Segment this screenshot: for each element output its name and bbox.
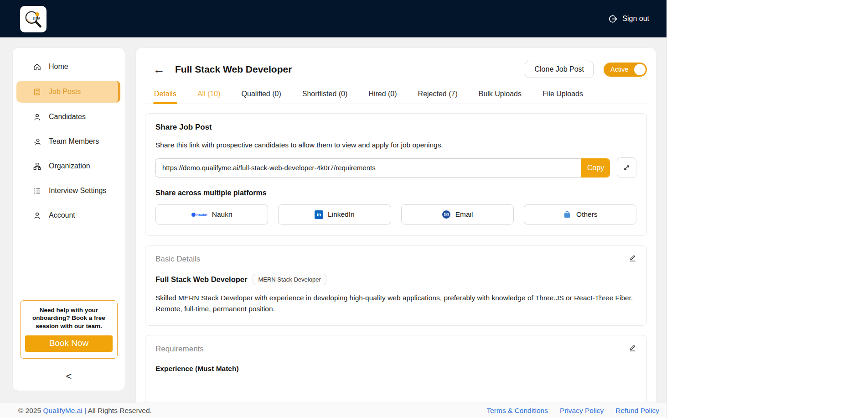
sign-out-button[interactable]: Sign out — [608, 14, 649, 24]
requirements-subsection-title: Experience (Must Match) — [155, 365, 636, 373]
book-now-button[interactable]: Book Now — [25, 335, 113, 352]
platform-label: Naukri — [212, 210, 232, 219]
job-post-detail-card: ← Full Stack Web Developer Clone Job Pos… — [135, 47, 656, 413]
sidebar-item-job-posts[interactable]: Job Posts — [16, 81, 120, 103]
sidebar-item-label: Interview Settings — [49, 187, 106, 195]
sidebar-item-label: Home — [49, 63, 68, 71]
share-description: Share this link with prospective candida… — [155, 141, 636, 149]
platform-buttons-row: naukri Naukri in LinkedIn Email — [155, 204, 636, 225]
tab-shortlisted[interactable]: Shortlisted (0) — [301, 86, 349, 104]
sidebar-item-home[interactable]: Home — [16, 56, 121, 77]
job-post-header: ← Full Stack Web Developer Clone Job Pos… — [144, 58, 648, 78]
requirements-section: Requirements Experience (Must Match) — [145, 335, 647, 405]
job-post-tabs: Details All (10) Qualified (0) Shortlist… — [144, 86, 648, 104]
qualifyme-footer-link[interactable]: QualifyMe.ai — [43, 407, 83, 414]
page-title: Full Stack Web Developer — [175, 64, 292, 75]
terms-and-conditions-link[interactable]: Terms & Conditions — [487, 407, 548, 415]
toggle-label: Active — [610, 66, 629, 73]
bag-icon — [563, 210, 572, 219]
sidebar-item-candidates[interactable]: Candidates — [16, 106, 121, 127]
svg-text:me: me — [32, 15, 40, 21]
tab-rejected[interactable]: Rejected (7) — [417, 86, 459, 104]
sidebar-item-label: Account — [49, 211, 75, 219]
copy-url-button[interactable]: Copy — [581, 158, 610, 178]
tab-bulk-uploads[interactable]: Bulk Uploads — [478, 86, 522, 104]
qualifyme-logo[interactable]: me — [20, 6, 46, 32]
tab-all[interactable]: All (10) — [196, 86, 222, 104]
share-naukri-button[interactable]: naukri Naukri — [155, 204, 268, 225]
platform-label: Others — [576, 210, 598, 219]
share-email-button[interactable]: Email — [401, 204, 514, 225]
help-text: Need help with your onboarding? Book a f… — [25, 306, 113, 330]
sidebar-item-label: Team Members — [49, 137, 99, 146]
basic-details-title: Basic Details — [155, 255, 636, 264]
copyright-text: © 2025 QualifyMe.ai | All Rights Reserve… — [18, 407, 152, 415]
platform-label: Email — [455, 210, 473, 219]
requirements-title: Requirements — [155, 345, 636, 354]
naukri-icon: naukri — [191, 213, 207, 217]
platforms-title: Share across multiple platforms — [155, 189, 636, 197]
onboarding-help-box: Need help with your onboarding? Book a f… — [20, 300, 118, 359]
sidebar-item-label: Candidates — [49, 113, 86, 121]
edit-requirements-button[interactable] — [628, 344, 636, 354]
home-icon — [33, 63, 41, 71]
sign-out-label: Sign out — [622, 15, 649, 23]
org-chart-icon — [33, 162, 41, 171]
job-role-badge: MERN Stack Developer — [253, 274, 326, 285]
footer-links: Terms & Conditions Privacy Policy Refund… — [487, 407, 660, 415]
back-arrow-button[interactable]: ← — [153, 63, 165, 75]
app-window: me Sign out Home Job Posts — [0, 0, 667, 418]
sidebar-collapse-chevron[interactable]: < — [13, 371, 125, 382]
app-body: Home Job Posts Candidates Team Members O… — [0, 37, 666, 418]
person-icon — [33, 113, 41, 121]
topbar: me Sign out — [0, 0, 666, 37]
tab-hired[interactable]: Hired (0) — [367, 86, 398, 104]
diagonal-expand-icon — [622, 163, 631, 172]
tab-qualified[interactable]: Qualified (0) — [241, 86, 282, 104]
edit-basic-details-button[interactable] — [628, 254, 636, 264]
clone-job-post-button[interactable]: Clone Job Post — [525, 61, 594, 78]
active-status-toggle[interactable]: Active — [604, 63, 647, 77]
basic-details-job-row: Full Stack Web Developer MERN Stack Deve… — [155, 274, 636, 285]
share-linkedin-button[interactable]: in LinkedIn — [278, 204, 391, 225]
list-icon — [33, 187, 41, 195]
share-others-button[interactable]: Others — [524, 204, 636, 225]
logout-icon — [608, 14, 618, 24]
people-icon — [33, 137, 41, 146]
sidebar-item-interview-settings[interactable]: Interview Settings — [16, 180, 121, 201]
sidebar-item-account[interactable]: Account — [16, 205, 121, 226]
privacy-policy-link[interactable]: Privacy Policy — [560, 407, 604, 415]
sidebar-item-label: Organization — [49, 162, 90, 170]
email-icon — [442, 210, 451, 219]
sidebar-item-team-members[interactable]: Team Members — [16, 131, 121, 152]
header-actions: Clone Job Post Active — [525, 61, 647, 78]
refund-policy-link[interactable]: Refund Policy — [615, 407, 659, 415]
sidebar-item-label: Job Posts — [49, 88, 81, 96]
share-url-input[interactable] — [155, 158, 581, 178]
sidebar-item-organization[interactable]: Organization — [16, 156, 121, 177]
toggle-knob — [634, 64, 646, 75]
tab-details[interactable]: Details — [153, 86, 177, 104]
person-icon — [33, 211, 41, 220]
tab-file-uploads[interactable]: File Uploads — [542, 86, 584, 104]
footer: © 2025 QualifyMe.ai | All Rights Reserve… — [0, 402, 666, 418]
expand-link-button[interactable] — [617, 157, 636, 178]
job-posts-icon — [33, 88, 41, 96]
pencil-edit-icon — [628, 254, 636, 262]
linkedin-icon: in — [315, 210, 323, 219]
share-job-post-section: Share Job Post Share this link with pros… — [145, 113, 647, 236]
share-section-title: Share Job Post — [155, 123, 636, 132]
share-url-row: Copy — [155, 157, 636, 178]
pencil-edit-icon — [628, 344, 636, 352]
sidebar: Home Job Posts Candidates Team Members O… — [12, 47, 125, 391]
magnifier-logo-icon: me — [21, 7, 46, 31]
job-title-text: Full Stack Web Developer — [155, 275, 247, 284]
platform-label: LinkedIn — [328, 210, 355, 219]
basic-details-section: Basic Details Full Stack Web Developer M… — [145, 245, 647, 326]
job-description-text: Skilled MERN Stack Developer with experi… — [155, 293, 636, 314]
